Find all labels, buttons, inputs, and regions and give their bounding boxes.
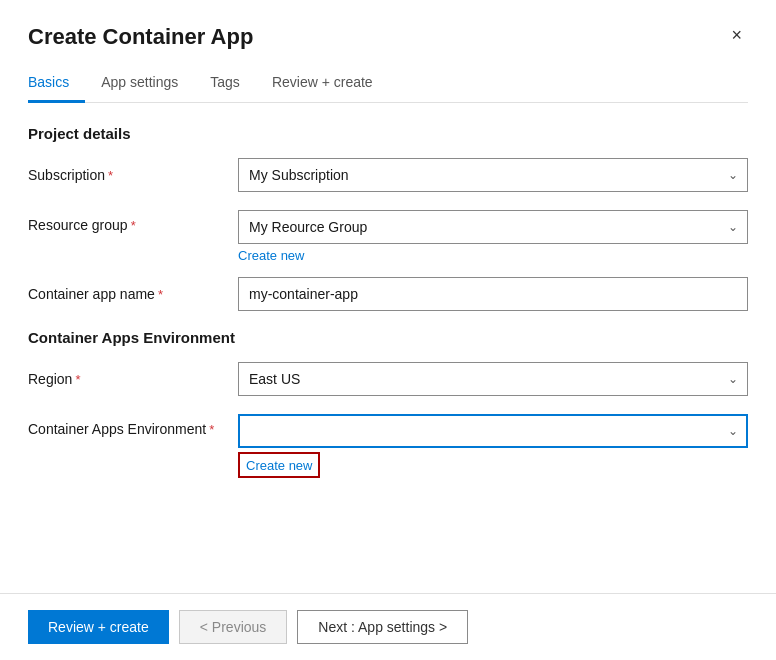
container-app-name-row: Container app name * [28,277,748,311]
container-app-name-label: Container app name * [28,286,238,302]
resource-group-control: My Reource Group ⌄ Create new [238,210,748,263]
project-details-title: Project details [28,125,748,142]
environment-select[interactable] [238,414,748,448]
environment-control: ⌄ Create new [238,414,748,478]
main-content: Project details Subscription * My Subscr… [28,125,748,562]
region-row: Region * East US ⌄ [28,362,748,396]
region-required: * [75,372,80,387]
container-apps-environment-title: Container Apps Environment [28,329,748,346]
tab-review-create[interactable]: Review + create [256,66,389,103]
environment-row: Container Apps Environment * ⌄ Create ne… [28,410,748,478]
dialog-title: Create Container App [28,24,253,50]
review-create-button[interactable]: Review + create [28,610,169,644]
tab-app-settings[interactable]: App settings [85,66,194,103]
create-container-app-dialog: Create Container App × Basics App settin… [0,0,776,660]
next-button[interactable]: Next : App settings > [297,610,468,644]
previous-button[interactable]: < Previous [179,610,288,644]
subscription-required: * [108,168,113,183]
environment-create-new-link[interactable]: Create new [246,458,312,473]
subscription-label: Subscription * [28,167,238,183]
environment-required: * [209,422,214,437]
container-app-name-required: * [158,287,163,302]
close-button[interactable]: × [725,24,748,46]
region-control: East US ⌄ [238,362,748,396]
region-label: Region * [28,371,238,387]
resource-group-create-new-link[interactable]: Create new [238,248,304,263]
resource-group-row: Resource group * My Reource Group ⌄ Crea… [28,206,748,263]
footer: Review + create < Previous Next : App se… [0,593,776,660]
region-select[interactable]: East US [238,362,748,396]
tab-basics[interactable]: Basics [28,66,85,103]
subscription-control: My Subscription ⌄ [238,158,748,192]
subscription-select[interactable]: My Subscription [238,158,748,192]
tab-tags[interactable]: Tags [194,66,256,103]
environment-create-new-box: Create new [238,452,320,478]
environment-label: Container Apps Environment * [28,421,238,437]
resource-group-label: Resource group * [28,217,238,233]
resource-group-select[interactable]: My Reource Group [238,210,748,244]
subscription-row: Subscription * My Subscription ⌄ [28,158,748,192]
resource-group-required: * [131,218,136,233]
tab-bar: Basics App settings Tags Review + create [28,66,748,103]
dialog-header: Create Container App × [28,24,748,50]
container-app-name-input[interactable] [238,277,748,311]
container-app-name-control [238,277,748,311]
